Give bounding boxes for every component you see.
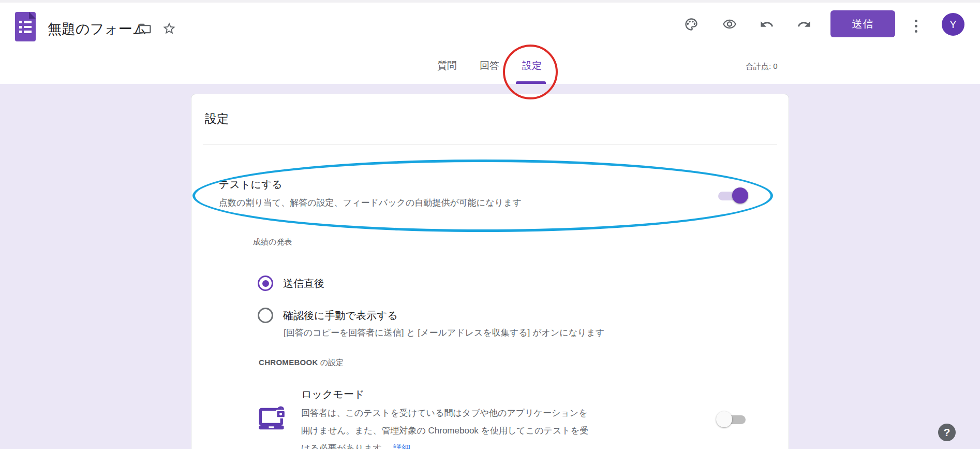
- quiz-setting-title: テストにする: [219, 178, 283, 192]
- active-tab-underline: [516, 81, 546, 84]
- locked-mode-laptop-lock-icon: [258, 406, 287, 432]
- divider: [203, 144, 777, 144]
- grades-release-label: 成績の発表: [253, 237, 292, 247]
- move-folder-icon[interactable]: [138, 21, 152, 36]
- logo-list-lines: [19, 21, 32, 36]
- tab-bar: 質問 回答 設定: [437, 59, 542, 73]
- locked-mode-description-line1: 回答者は、このテストを受けている間はタブや他のアプリケーションを: [301, 404, 588, 422]
- theme-palette-icon[interactable]: [684, 17, 699, 32]
- radio-option-label: 確認後に手動で表示する: [283, 309, 398, 323]
- quiz-setting-description: 点数の割り当て、解答の設定、フィードバックの自動提供が可能になります: [219, 197, 522, 209]
- form-title-input[interactable]: 無題のフォーム: [48, 20, 147, 38]
- toggle-thumb: [732, 187, 748, 204]
- preview-eye-icon[interactable]: [722, 17, 737, 32]
- redo-icon[interactable]: [797, 17, 811, 32]
- tab-settings[interactable]: 設定: [522, 59, 542, 73]
- logo-fold: [29, 12, 36, 19]
- locked-mode-toggle-off[interactable]: [716, 411, 747, 428]
- radio-option-label: 送信直後: [283, 277, 324, 291]
- quiz-toggle-on[interactable]: [718, 187, 749, 204]
- window-top-edge: [0, 0, 980, 3]
- help-icon[interactable]: ?: [938, 424, 956, 441]
- details-link[interactable]: 詳細: [393, 443, 411, 449]
- chromebook-settings-label: CHROMEBOOK の設定: [259, 358, 344, 368]
- radio-option-description: [回答のコピーを回答者に送信] と [メールアドレスを収集する] がオンになりま…: [284, 327, 604, 339]
- tab-responses[interactable]: 回答: [480, 59, 499, 73]
- more-options-icon[interactable]: [912, 16, 920, 36]
- toggle-thumb: [716, 411, 732, 427]
- radio-unselected-icon[interactable]: [258, 308, 273, 323]
- locked-mode-description-line2: 開けません。また、管理対象の Chromebook を使用してこのテストを受: [301, 422, 588, 440]
- radio-option-immediately[interactable]: 送信直後: [258, 276, 324, 291]
- radio-option-manual-review[interactable]: 確認後に手動で表示する: [258, 308, 398, 323]
- google-forms-settings-page: 無題のフォーム 送信 Y 質問 回答 設定 合計点: 0 設: [0, 0, 980, 449]
- settings-card: 設定 テストにする 点数の割り当て、解答の設定、フィードバックの自動提供が可能に…: [191, 94, 789, 449]
- account-avatar[interactable]: Y: [942, 13, 964, 36]
- locked-mode-description-line3: ける必要があります。 詳細: [301, 440, 588, 449]
- blue-ellipse-annotation: [192, 160, 773, 232]
- star-icon[interactable]: [162, 21, 176, 36]
- forms-logo-icon[interactable]: [15, 12, 36, 41]
- send-button[interactable]: 送信: [830, 10, 895, 37]
- locked-mode-title: ロックモード: [301, 387, 364, 401]
- tab-questions[interactable]: 質問: [437, 59, 457, 73]
- total-points-label: 合計点: 0: [746, 62, 778, 71]
- header: 無題のフォーム 送信 Y 質問 回答 設定 合計点: 0: [0, 0, 980, 84]
- radio-selected-icon[interactable]: [258, 276, 273, 291]
- undo-icon[interactable]: [760, 17, 774, 32]
- settings-card-title: 設定: [205, 111, 229, 127]
- locked-mode-description: 回答者は、このテストを受けている間はタブや他のアプリケーションを 開けません。ま…: [301, 404, 588, 449]
